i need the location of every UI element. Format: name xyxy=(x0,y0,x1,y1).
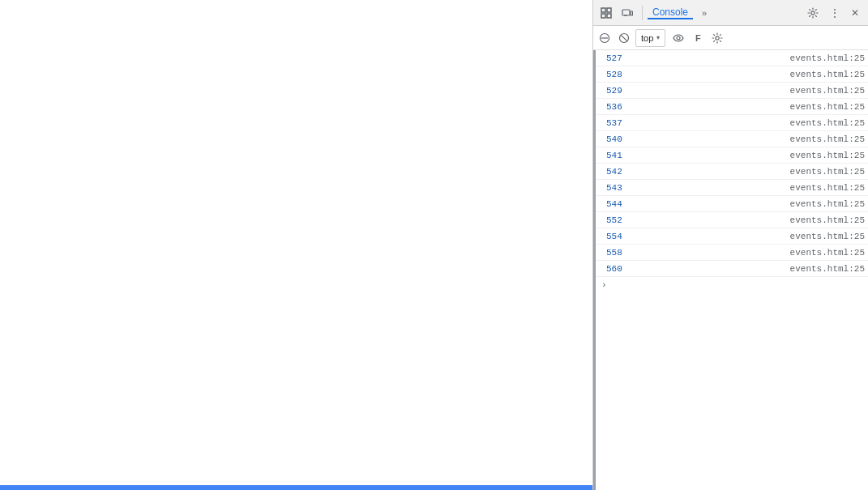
clear-console-icon[interactable] xyxy=(596,30,613,46)
svg-rect-5 xyxy=(631,11,633,15)
svg-rect-3 xyxy=(607,14,611,18)
inspect-icon[interactable] xyxy=(596,3,616,23)
settings-icon[interactable] xyxy=(803,3,823,23)
log-row[interactable]: 552events.html:25 xyxy=(593,212,868,228)
log-row[interactable]: 527events.html:25 xyxy=(593,50,868,66)
devtools-toolbar: Console » ⋮ ✕ xyxy=(593,0,868,26)
log-source[interactable]: events.html:25 xyxy=(790,53,865,63)
block-requests-icon[interactable] xyxy=(616,30,632,46)
log-source[interactable]: events.html:25 xyxy=(790,248,865,258)
svg-point-7 xyxy=(811,11,815,14)
console-settings-icon[interactable] xyxy=(709,30,725,46)
svg-point-12 xyxy=(677,36,680,40)
log-row[interactable]: 529events.html:25 xyxy=(593,83,868,99)
log-source[interactable]: events.html:25 xyxy=(790,70,865,79)
scroll-indicator xyxy=(593,50,596,490)
log-rows-container: 527events.html:25528events.html:25529eve… xyxy=(593,50,868,277)
log-value: 529 xyxy=(606,86,655,96)
console-bar: top ▾ F xyxy=(593,26,868,50)
log-value: 543 xyxy=(606,183,655,193)
log-row[interactable]: 554events.html:25 xyxy=(593,228,868,245)
log-value: 541 xyxy=(606,151,655,160)
log-value: 527 xyxy=(606,53,655,63)
svg-point-13 xyxy=(716,36,719,39)
device-toggle-icon[interactable] xyxy=(618,3,637,23)
log-value: 536 xyxy=(606,102,655,112)
console-log[interactable]: 527events.html:25528events.html:25529eve… xyxy=(593,50,868,490)
svg-line-11 xyxy=(621,35,627,41)
page-area xyxy=(0,0,592,490)
log-source[interactable]: events.html:25 xyxy=(790,232,865,241)
context-selector[interactable]: top ▾ xyxy=(635,29,665,47)
log-source[interactable]: events.html:25 xyxy=(790,151,865,160)
prompt-row[interactable]: › xyxy=(593,277,868,293)
svg-rect-0 xyxy=(601,8,605,12)
log-row[interactable]: 560events.html:25 xyxy=(593,261,868,277)
prompt-chevron-icon: › xyxy=(601,280,607,290)
log-value: 544 xyxy=(606,199,655,209)
log-source[interactable]: events.html:25 xyxy=(790,199,865,209)
log-source[interactable]: events.html:25 xyxy=(790,102,865,112)
log-value: 554 xyxy=(606,232,655,241)
log-value: 537 xyxy=(606,118,655,128)
filter-icon[interactable]: F xyxy=(690,30,706,46)
log-source[interactable]: events.html:25 xyxy=(790,118,865,128)
log-value: 560 xyxy=(606,264,655,274)
close-devtools-icon[interactable]: ✕ xyxy=(845,3,865,23)
more-options-icon[interactable]: ⋮ xyxy=(824,3,844,23)
toolbar-separator xyxy=(642,6,643,20)
context-label: top xyxy=(641,33,653,43)
log-row[interactable]: 540events.html:25 xyxy=(593,131,868,147)
log-row[interactable]: 528events.html:25 xyxy=(593,66,868,83)
log-row[interactable]: 536events.html:25 xyxy=(593,99,868,115)
log-source[interactable]: events.html:25 xyxy=(790,86,865,96)
log-value: 552 xyxy=(606,215,655,225)
log-row[interactable]: 537events.html:25 xyxy=(593,115,868,131)
chevron-down-icon: ▾ xyxy=(656,34,660,41)
log-value: 542 xyxy=(606,167,655,177)
svg-rect-4 xyxy=(622,10,630,15)
log-row[interactable]: 541events.html:25 xyxy=(593,147,868,164)
log-value: 528 xyxy=(606,70,655,79)
svg-rect-2 xyxy=(607,8,611,12)
log-source[interactable]: events.html:25 xyxy=(790,215,865,225)
log-row[interactable]: 542events.html:25 xyxy=(593,164,868,180)
eye-icon[interactable] xyxy=(670,30,686,46)
log-source[interactable]: events.html:25 xyxy=(790,134,865,144)
log-row[interactable]: 544events.html:25 xyxy=(593,196,868,212)
console-tab[interactable]: Console xyxy=(648,6,693,19)
log-source[interactable]: events.html:25 xyxy=(790,183,865,193)
log-row[interactable]: 558events.html:25 xyxy=(593,245,868,261)
more-tabs-icon[interactable]: » xyxy=(695,3,714,23)
svg-rect-1 xyxy=(601,14,605,18)
log-source[interactable]: events.html:25 xyxy=(790,167,865,177)
log-source[interactable]: events.html:25 xyxy=(790,264,865,274)
log-row[interactable]: 543events.html:25 xyxy=(593,180,868,196)
page-bottom-bar xyxy=(0,485,592,488)
log-value: 558 xyxy=(606,248,655,258)
log-value: 540 xyxy=(606,134,655,144)
devtools-panel: Console » ⋮ ✕ top ▾ xyxy=(592,0,868,490)
